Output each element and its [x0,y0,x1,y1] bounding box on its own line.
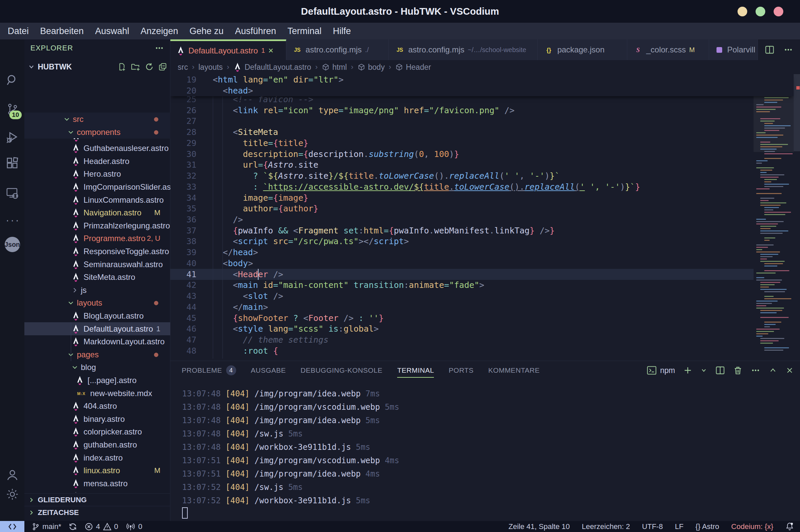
tree-item-hero-astro[interactable]: Hero.astro [24,167,170,180]
tree-item-layouts[interactable]: layouts [24,296,170,309]
code-line-48[interactable]: 48 :root { [170,345,794,356]
tree-item-src[interactable]: src [24,113,170,126]
code-line-27[interactable]: 27 [170,116,794,127]
activity-remote-explorer[interactable] [0,182,24,204]
tree-item-header-astro[interactable]: Header.astro [24,155,170,168]
tree-item-mensa-astro[interactable]: mensa.astro [24,477,170,490]
menu-item-bearbeiten[interactable]: Bearbeiten [34,23,90,39]
menu-item-hilfe[interactable]: Hilfe [327,23,357,39]
code-line-26[interactable]: 26 <link rel="icon" type="image/png" hre… [170,105,794,116]
breadcrumb-item-body[interactable]: body [357,63,385,72]
code-line-45[interactable]: 45 {showFooter ? <Footer /> : ''} [170,312,794,324]
code-line-40[interactable]: 40 <body> [170,258,794,269]
menu-item-ausführen[interactable]: Ausführen [229,23,282,39]
tree-item-404-astro[interactable]: 404.astro [24,399,170,413]
more-actions-icon[interactable] [783,45,793,54]
breadcrumb-item-src[interactable]: src [178,63,188,72]
code-line-32[interactable]: 32 ? `${Astro.site}/${title.toLowerCase(… [170,170,794,181]
maximize-button[interactable] [756,7,765,16]
close-button[interactable] [774,7,783,16]
tree-item-markdownlayout-astro[interactable]: MarkdownLayout.astro [24,335,170,348]
code-line-30[interactable]: 30 description={description.substring(0,… [170,149,794,159]
breadcrumb-item-header[interactable]: Header [395,63,431,72]
tree-item-guthabenausleser-astro[interactable]: Guthabenausleser.astro [24,141,170,155]
collapse-all-icon[interactable] [158,62,167,71]
activity-settings[interactable] [0,483,24,505]
code-line-43[interactable]: 43 <slot /> [170,290,794,302]
code-editor[interactable]: 25 <!-- favicon -->26 <link rel="icon" t… [170,74,800,361]
code-line-46[interactable]: 46 <style lang="scss" is:global> [170,323,794,334]
eol[interactable]: LF [675,522,683,531]
language-mode[interactable]: {} Astro [696,522,719,531]
split-editor-icon[interactable] [765,45,775,55]
breadcrumb-item-defaultlayout-astro[interactable]: DefaultLayout.astro [233,62,311,72]
breadcrumb-item-layouts[interactable]: layouts [198,63,223,72]
panel-tab-probleme[interactable]: PROBLEME4 [182,361,236,380]
split-terminal-icon[interactable] [715,365,725,375]
sync-button[interactable] [69,522,77,531]
tree-item-imgcomparisonslider-astro[interactable]: ImgComparisonSlider.astro [24,180,170,193]
scrollbar-thumb[interactable] [794,74,800,151]
code-line-20[interactable]: 20 <head> [170,85,794,96]
activity-search[interactable] [0,70,24,91]
tree-item-sitemeta-astro[interactable]: SiteMeta.astro [24,270,170,284]
tree-item-pages[interactable]: pages [24,348,170,361]
activity-extensions[interactable] [0,153,24,174]
tree-item-seminarauswahl-astro[interactable]: Seminarauswahl.astro [24,258,170,271]
code-line-44[interactable]: 44 </main> [170,302,794,312]
branch-indicator[interactable]: main* [32,522,61,531]
code-line-38[interactable]: 38 <script src="/src/pwa.ts"></script> [170,236,794,247]
refresh-icon[interactable] [145,62,154,71]
tree-item-bloglayout-astro[interactable]: BlogLayout.astro [24,309,170,322]
tree-item-linuxcommands-astro[interactable]: LinuxCommands.astro [24,193,170,206]
tree-item-defaultlayout-astro[interactable]: DefaultLayout.astro1 [24,322,170,335]
code-line-37[interactable]: 37 {pwaInfo && <Fragment set:html={pwaIn… [170,225,794,236]
notifications-bell-icon[interactable] [785,522,794,531]
code-line-41[interactable]: 41 <Header /> [170,269,794,280]
code-line-29[interactable]: 29 title={title} [170,138,794,149]
menu-item-anzeigen[interactable]: Anzeigen [135,23,184,39]
code-line-42[interactable]: 42 <main id="main-content" transition:an… [170,280,794,290]
editor-scrollbar[interactable] [794,74,800,361]
code-line-35[interactable]: 35 author={author} [170,203,794,214]
menu-item-terminal[interactable]: Terminal [282,23,327,39]
panel-tab-kommentare[interactable]: KOMMENTARE [488,361,540,380]
remote-indicator[interactable] [0,521,24,532]
tree-item-new-website-mdx[interactable]: M↓Xnew-website.mdx [24,387,170,400]
menu-item-auswahl[interactable]: Auswahl [90,23,135,39]
breadcrumb[interactable]: src›layouts›DefaultLayout.astro›html›bod… [170,60,800,74]
new-terminal-icon[interactable] [683,366,692,375]
close-panel-icon[interactable] [785,366,794,375]
panel-tab-ausgabe[interactable]: AUSGABE [251,361,286,380]
code-line-19[interactable]: 19<html lang="en" dir="ltr"> [170,74,794,85]
ports-indicator[interactable]: 0 [126,522,142,531]
tab-astro-config-mjs[interactable]: JSastro.config.mjs~/…/school-website [389,39,538,60]
terminal-profile-dropdown-icon[interactable] [701,367,707,374]
tree-item--page-astro[interactable]: [...page].astro [24,374,170,387]
maximize-panel-icon[interactable] [768,366,777,375]
code-line-39[interactable]: 39 </head> [170,247,794,258]
activity-explorer[interactable] [0,44,24,65]
activity-run-debug[interactable] [0,126,24,148]
activity-json[interactable]: Json [0,234,24,255]
tree-item-linux-astro[interactable]: linux.astroM [24,464,170,477]
cursor-position[interactable]: Zeile 41, Spalte 10 [508,522,570,531]
encoding[interactable]: UTF-8 [642,522,663,531]
tab-defaultlayout-astro[interactable]: DefaultLayout.astro1× [170,39,286,60]
terminal-profile-icon[interactable] [647,365,657,375]
tree-item-colorpicker-astro[interactable]: colorpicker.astro [24,425,170,438]
section-zeitachse[interactable]: ZEITACHSE [24,506,170,519]
code-line-36[interactable]: 36 /> [170,214,794,225]
panel-tab-ports[interactable]: PORTS [449,361,473,380]
tree-item-js[interactable]: js [24,284,170,297]
tab--color-scss[interactable]: S_color.scssM [627,39,709,60]
activity-account[interactable] [0,464,24,486]
new-folder-icon[interactable] [131,62,140,71]
tree-item-guthaben-astro[interactable]: guthaben.astro [24,438,170,451]
tree-item-blog[interactable]: blog [24,361,170,374]
tree-item-primzahlzerlegung-astro[interactable]: Primzahlzerlegung.astro [24,219,170,232]
tree-item-components[interactable]: components [24,126,170,138]
kill-terminal-icon[interactable] [733,366,743,375]
problems-indicator[interactable]: 40 [84,522,118,531]
minimap[interactable] [754,74,794,361]
